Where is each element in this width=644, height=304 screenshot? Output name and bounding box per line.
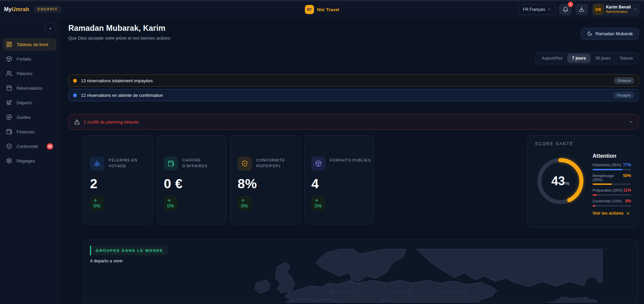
sidebar-item-label: Réservations	[17, 86, 42, 91]
chevron-down-icon	[629, 120, 633, 124]
user-role: Administrateur	[606, 10, 631, 14]
map-section-title: GROUPES DANS LE MONDE	[96, 248, 163, 253]
kpi-delta-value: 0%	[93, 203, 100, 209]
voir-les-actions-link[interactable]: Voir les actions	[593, 211, 631, 216]
kpi-value: 2	[90, 176, 146, 191]
health-score-panel: SCORE SANTÉ 43 % Attention	[527, 135, 639, 228]
conformite-count-badge: 10	[47, 143, 53, 150]
sidebar-item-label: Guides	[17, 115, 30, 120]
export-button[interactable]	[575, 4, 588, 15]
logo-primary: My	[4, 6, 12, 12]
organization-switcher[interactable]: NT Nūr Travel	[305, 5, 339, 14]
alert-tag-finance: Finance	[614, 77, 634, 84]
health-status-label: Attention	[593, 153, 631, 159]
kpi-delta-badge: 0%	[90, 196, 104, 211]
alert-text: 13 réservations totalement impayées	[81, 78, 153, 83]
progress-bar	[593, 183, 631, 185]
sidebar-item-label: Départs	[17, 100, 32, 105]
sidebar-item-label: Conformité	[17, 144, 38, 149]
alert-tag-voyages: Voyages	[613, 92, 634, 99]
sidebar-item-departs[interactable]: Départs	[3, 96, 57, 109]
metric-label: Paiements (35%)	[593, 163, 621, 167]
metric-value: 11%	[623, 188, 631, 193]
ramadan-mubarak-button[interactable]: Ramadan Mubarak	[581, 28, 639, 40]
kpi-value: 0 €	[164, 176, 219, 191]
metric-value: 8%	[625, 199, 631, 203]
metric-paiements: Paiements (35%) 77%	[593, 162, 631, 170]
health-score-suffix: %	[565, 180, 569, 186]
kpi-label: PÈLERINS EN VOYAGE	[109, 156, 146, 169]
arrow-up-icon	[315, 199, 319, 203]
bell-icon	[562, 6, 569, 13]
page-subtitle: Que Dieu accepte votre jeûne et vos bonn…	[68, 36, 170, 41]
chevron-down-icon	[634, 7, 637, 11]
health-score-gauge: 43 %	[535, 156, 586, 207]
kpi-delta-value: 0%	[167, 203, 174, 209]
sidebar-item-pelerins[interactable]: Pèlerins	[3, 67, 57, 80]
filter-30-jours[interactable]: 30 jours	[591, 53, 615, 63]
chevron-left-icon: ◂	[49, 26, 51, 30]
filter-7-jours[interactable]: 7 jours	[567, 53, 591, 63]
gear-icon	[6, 158, 12, 164]
logo-secondary: Umrah	[12, 6, 29, 12]
compass-icon	[6, 114, 12, 120]
metric-preparation: Préparation (25%) 11%	[593, 188, 631, 196]
groups-world-map-card: GROUPES DANS LE MONDE 4 departs a venir	[83, 239, 638, 303]
progress-bar	[593, 194, 631, 196]
sidebar-item-label: Réglages	[17, 158, 35, 164]
kpi-label: FORFAITS PUBLIÉS	[330, 156, 371, 163]
alert-unpaid-reservations[interactable]: 13 réservations totalement impayées Fina…	[68, 74, 639, 87]
sidebar: ◂ Tableau de bord Forfaits Pèlerins Rése…	[0, 18, 60, 304]
sidebar-collapse-button[interactable]: ◂	[45, 23, 55, 33]
kpi-delta-badge: 0%	[164, 196, 177, 211]
language-label: FR Français	[523, 7, 545, 12]
progress-bar	[593, 205, 631, 207]
app-logo: MyUmrah	[4, 6, 29, 13]
notification-count-badge: 1	[568, 2, 573, 7]
sidebar-item-reglages[interactable]: Réglages	[3, 154, 57, 167]
org-name: Nūr Travel	[317, 7, 339, 12]
shield-check-icon	[238, 156, 252, 171]
time-range-filter: Aujourd'hui 7 jours 30 jours Saison	[535, 52, 639, 64]
sidebar-item-label: Pèlerins	[17, 71, 32, 76]
kpi-label: CONFORMITÉ RGPD/PDPL	[256, 156, 293, 169]
wallet-icon	[164, 156, 178, 171]
package-icon	[6, 56, 12, 62]
wallet-icon	[6, 129, 12, 135]
filter-aujourdhui[interactable]: Aujourd'hui	[537, 53, 567, 63]
planning-conflict-alert[interactable]: 1 conflit de planning détecté	[68, 114, 639, 130]
sidebar-item-forfaits[interactable]: Forfaits	[3, 52, 57, 65]
sidebar-item-tableau-de-bord[interactable]: Tableau de bord	[3, 38, 57, 51]
brand: MyUmrah COCKPIT	[4, 6, 61, 13]
moon-icon	[587, 31, 592, 36]
language-selector[interactable]: FR Français	[518, 4, 555, 15]
alert-triangle-icon	[74, 119, 80, 125]
users-icon	[6, 70, 12, 77]
sidebar-item-guides[interactable]: Guides	[3, 111, 57, 124]
alert-text: 12 réservations en attente de confirmati…	[81, 93, 163, 98]
user-avatar: KB	[593, 4, 603, 15]
arrow-up-icon	[241, 199, 245, 203]
kpi-value: 4	[311, 176, 367, 191]
package-icon	[311, 156, 326, 171]
europe-map	[170, 248, 603, 303]
main-content: Ramadan Mubarak, Karim Que Dieu accepte …	[60, 18, 644, 304]
topbar: MyUmrah COCKPIT NT Nūr Travel FR Françai…	[0, 1, 644, 18]
metric-label: Conformité (15%)	[593, 199, 622, 203]
org-avatar: NT	[305, 5, 314, 14]
alert-pending-reservations[interactable]: 12 réservations en attente de confirmati…	[68, 89, 639, 101]
sidebar-item-reservations[interactable]: Réservations	[3, 82, 57, 94]
sidebar-item-conformite[interactable]: Conformité 10	[3, 140, 57, 153]
user-menu[interactable]: KB Karim Benali Administrateur	[592, 3, 640, 16]
kpi-delta-badge: 0%	[238, 196, 251, 211]
amber-dot-icon	[73, 79, 77, 83]
notifications-button[interactable]: 1	[559, 4, 572, 15]
sidebar-item-label: Finances	[17, 129, 35, 134]
page-title: Ramadan Mubarak, Karim	[68, 24, 170, 33]
sidebar-item-finances[interactable]: Finances	[3, 125, 57, 138]
shield-check-icon	[6, 143, 12, 149]
mosque-icon	[90, 156, 104, 171]
filter-saison[interactable]: Saison	[615, 53, 638, 63]
kpi-delta-value: 0%	[315, 203, 321, 209]
kpi-value: 8%	[238, 176, 293, 191]
